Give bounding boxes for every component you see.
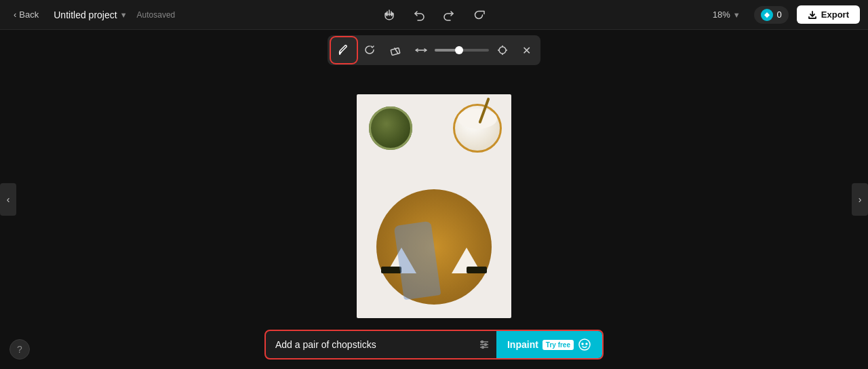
undo-button[interactable] [410,5,429,24]
brush-size-right-button[interactable] [490,38,515,62]
zoom-chevron-icon: ▼ [733,11,741,19]
slider-thumb[interactable] [455,46,463,54]
eraser-tool-button[interactable] [383,38,408,62]
project-title[interactable]: Untitled project ▼ [50,7,131,23]
svg-point-12 [484,344,486,346]
slider-fill [435,49,456,52]
slider-track [435,49,489,52]
export-button[interactable]: Export [797,5,860,24]
credits-badge[interactable]: ◆ 0 [754,6,789,24]
prompt-settings-button[interactable] [472,332,496,357]
back-button[interactable]: ‹ Back [8,7,44,22]
credits-count: 0 [777,9,782,20]
help-button[interactable]: ? [9,339,30,360]
back-chevron-icon: ‹ [14,9,16,20]
drawing-toolbar: ✕ [328,35,540,65]
toolbar-close-button[interactable]: ✕ [516,40,536,60]
credits-icon: ◆ [761,9,773,21]
invert-mask-button[interactable] [409,38,433,62]
previous-image-button[interactable]: ‹ [0,183,16,216]
header: ‹ Back Untitled project ▼ Autosaved [0,0,868,30]
food-background [357,94,511,318]
header-right: 18% ▼ ◆ 0 Export [707,5,860,24]
rice-bowl [453,104,502,153]
left-arrow-icon: ‹ [7,194,10,205]
redo-button[interactable] [439,5,458,24]
header-left: ‹ Back Untitled project ▼ Autosaved [8,7,175,23]
close-icon: ✕ [522,44,531,57]
export-icon [808,10,817,20]
back-label: Back [19,9,39,20]
inpaint-label: Inpaint [507,339,538,350]
prompt-input[interactable] [266,332,472,357]
brush-size-slider[interactable] [435,49,489,52]
brush-tool-button[interactable] [332,38,356,62]
lasso-tool-button[interactable] [357,38,382,62]
rice-surface [458,109,497,129]
right-arrow-icon: › [859,194,862,205]
try-free-badge: Try free [542,340,574,350]
svg-point-16 [586,343,587,345]
onigiri-2-nori [467,267,487,273]
zoom-control[interactable]: 18% ▼ [707,7,746,22]
lasso-icon [363,44,376,56]
prompt-bar: Inpaint Try free [264,330,604,360]
canvas-area: ‹ › [0,30,868,369]
size-icon [497,45,508,56]
canvas-image[interactable] [357,94,511,318]
header-center-controls [380,5,488,24]
settings-sliders-icon [478,338,490,351]
hand-tool-button[interactable] [380,5,399,24]
inpaint-button[interactable]: Inpaint Try free [496,331,602,358]
export-label: Export [821,9,849,20]
help-icon: ? [17,344,22,355]
inpaint-face-icon [578,338,591,351]
svg-point-14 [579,339,590,350]
brush-icon [338,44,350,56]
svg-point-11 [481,341,483,343]
autosaved-label: Autosaved [137,10,176,20]
zoom-value: 18% [713,9,730,20]
chevron-down-icon: ▼ [120,11,127,19]
invert-icon [415,44,427,56]
seaweed-bowl-rim [369,106,412,150]
onigiri-1-nori [381,267,401,273]
refresh-button[interactable] [469,5,488,24]
eraser-icon [389,44,401,56]
next-image-button[interactable]: › [852,183,868,216]
project-title-text: Untitled project [54,9,117,20]
svg-point-3 [499,47,506,54]
svg-point-13 [481,347,484,349]
svg-point-15 [582,343,583,345]
